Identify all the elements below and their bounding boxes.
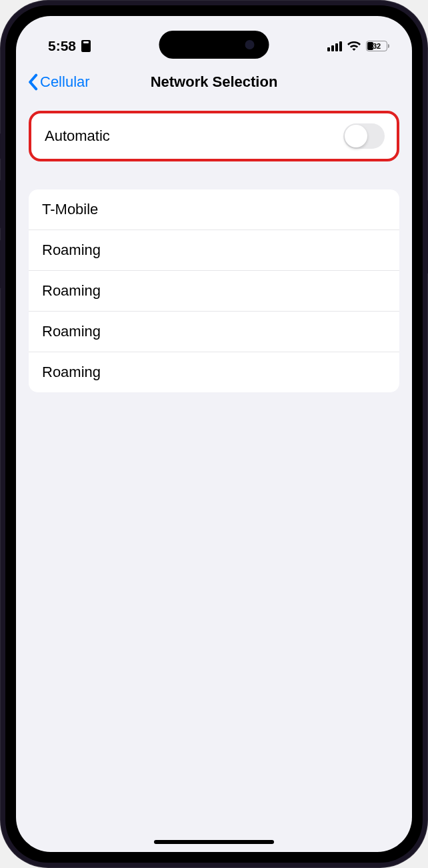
- toggle-knob: [345, 125, 367, 147]
- network-item[interactable]: Roaming: [29, 230, 399, 271]
- screen: 5:58 32: [16, 16, 412, 852]
- automatic-row[interactable]: Automatic: [31, 113, 397, 159]
- volume-up-button: [0, 180, 1, 228]
- status-left: 5:58: [48, 38, 91, 54]
- device-bezel: 5:58 32: [5, 5, 423, 863]
- network-label: Roaming: [42, 323, 101, 340]
- sim-card-icon: [81, 40, 91, 52]
- chevron-left-icon: [27, 73, 39, 91]
- cellular-signal-icon: [327, 41, 342, 51]
- wifi-icon: [347, 41, 361, 51]
- status-time: 5:58: [48, 38, 76, 54]
- network-label: Roaming: [42, 282, 101, 299]
- network-item[interactable]: Roaming: [29, 352, 399, 392]
- dynamic-island: [159, 31, 269, 59]
- network-label: T-Mobile: [42, 201, 98, 218]
- back-button[interactable]: Cellular: [27, 73, 90, 91]
- network-label: Roaming: [42, 364, 101, 380]
- mute-switch: [0, 133, 1, 159]
- device-frame: 5:58 32: [0, 0, 428, 868]
- network-item[interactable]: T-Mobile: [29, 189, 399, 230]
- battery-percent: 32: [367, 42, 387, 50]
- volume-down-button: [0, 240, 1, 288]
- battery-indicator: 32: [366, 41, 389, 51]
- status-right: 32: [327, 41, 389, 51]
- network-list: T-Mobile Roaming Roaming Roaming Roaming: [29, 189, 399, 392]
- network-item[interactable]: Roaming: [29, 271, 399, 312]
- highlight-annotation: Automatic: [29, 111, 399, 161]
- automatic-toggle[interactable]: [343, 123, 385, 149]
- content-area: Automatic T-Mobile Roaming Roaming: [16, 103, 412, 392]
- home-indicator[interactable]: [154, 840, 274, 844]
- back-label: Cellular: [40, 73, 90, 91]
- navigation-bar: Cellular Network Selection: [16, 61, 412, 103]
- network-item[interactable]: Roaming: [29, 312, 399, 352]
- network-label: Roaming: [42, 242, 101, 258]
- automatic-label: Automatic: [45, 127, 110, 145]
